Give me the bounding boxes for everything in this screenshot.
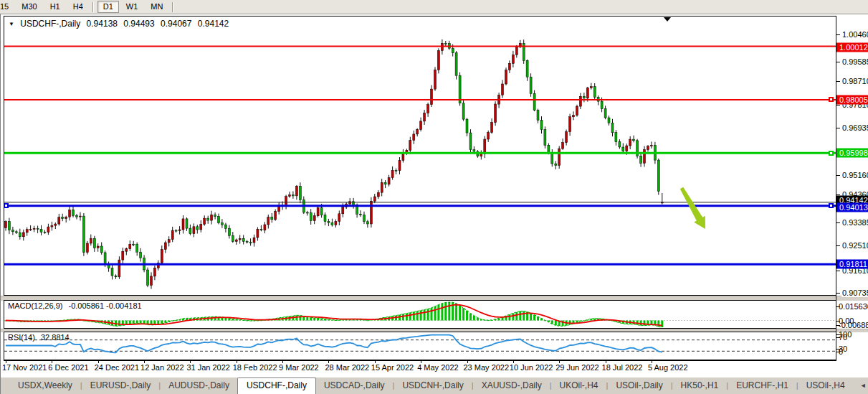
timeframe-button-H4[interactable]: H4 [67, 1, 89, 13]
chart-tab-usdchf-daily[interactable]: USDCHF-,Daily [237, 377, 316, 394]
panel-splitter-rsi[interactable] [0, 329, 868, 333]
date-label: 24 Dec 2021 [95, 363, 139, 372]
chart-dropdown-icon[interactable]: ▼ [9, 21, 14, 27]
tab-scroll-left-icon[interactable]: ◄ [860, 382, 867, 389]
chart-tab-usdcnh-daily[interactable]: USDCNH-,Daily [394, 378, 471, 394]
date-label: 18 Feb 2022 [233, 363, 277, 372]
date-label: 28 Mar 2022 [325, 363, 369, 372]
candle-down [544, 130, 546, 146]
candle-up [317, 208, 319, 216]
hline-right-handle[interactable] [829, 151, 834, 156]
candle-down [657, 160, 659, 191]
price-tick-dash [836, 34, 840, 35]
hline-right-handle[interactable] [829, 203, 834, 208]
candle-up [239, 238, 241, 240]
date-label: 31 Jan 2022 [186, 363, 230, 372]
chart-tab-usdx-weekly[interactable]: USDX,Weekly [10, 378, 80, 394]
macd-histogram-bar [441, 304, 443, 321]
candle-down [455, 53, 457, 76]
chart-shift-marker-icon[interactable] [664, 17, 671, 22]
macd-histogram-bar [140, 321, 142, 324]
chart-tab-eurchf-h1[interactable]: EURCHF-,H1 [728, 378, 796, 394]
candle-up [69, 210, 71, 217]
candle-up [413, 134, 415, 141]
timeframe-button-M30[interactable]: M30 [16, 1, 42, 13]
macd-histogram-bar [576, 321, 578, 323]
candle-up [342, 207, 344, 214]
rsi-panel-border-left [4, 332, 4, 360]
candle-down [104, 253, 106, 265]
candle-up [377, 192, 379, 197]
macd-histogram-bar [310, 317, 312, 320]
candle-down [196, 227, 199, 230]
candle-up [125, 249, 128, 252]
chart-tab-audusd-daily[interactable]: AUDUSD-,Daily [161, 378, 237, 394]
timeframe-button-MN[interactable]: MN [145, 1, 168, 13]
date-label: 23 May 2022 [464, 363, 510, 372]
macd-histogram-bar [530, 313, 532, 320]
macd-histogram-bar [466, 311, 468, 321]
hline-right-handle[interactable] [829, 97, 834, 102]
macd-histogram-bar [133, 321, 135, 324]
candle-up [58, 217, 60, 224]
candle-down [19, 233, 21, 237]
sell-arrow-annotation[interactable] [680, 187, 705, 229]
macd-values: -0.005861 -0.004181 [68, 301, 141, 310]
chart-tab-hk50-h1[interactable]: HK50-,H1 [673, 378, 727, 394]
price-line-label-0.95998: 0.95998 [836, 149, 868, 158]
candle-down [444, 43, 447, 44]
candle-down [189, 228, 191, 234]
chart-tab-ukoil-h4[interactable]: UKOil-,H4 [552, 378, 606, 394]
price-tick-dash [836, 293, 840, 294]
price-line-label-0.91811: 0.91811 [836, 260, 868, 269]
candle-up [335, 222, 337, 225]
candle-up [97, 246, 99, 248]
macd-histogram-bar [555, 321, 557, 326]
price-tick-label: 0.99585 [841, 57, 868, 66]
hline-left-handle[interactable] [4, 203, 9, 208]
candle-down [530, 77, 532, 93]
price-tick-label: 0.90735 [841, 289, 868, 297]
candle-down [604, 109, 606, 118]
chart-tab-usdcad-daily[interactable]: USDCAD-,Daily [316, 378, 393, 394]
candle-down [37, 228, 39, 229]
chart-tab-eurusd-daily[interactable]: EURUSD-,Daily [82, 378, 159, 394]
ohlc-low: 0.94067 [161, 19, 191, 29]
candle-up [161, 250, 163, 263]
candle-up [515, 47, 518, 55]
candle-up [47, 227, 49, 233]
price-line-label-1.00012: 1.00012 [836, 43, 868, 52]
candle-up [338, 214, 340, 222]
candle-down [640, 156, 642, 163]
price-panel-border-bottom [4, 295, 836, 296]
candle-up [204, 218, 206, 224]
candle-up [505, 70, 507, 84]
timeframe-button-H1[interactable]: H1 [44, 1, 66, 13]
price-tick-label: 0.98710 [841, 77, 868, 85]
timeframe-button-15[interactable]: 15 [0, 1, 14, 13]
timeframe-button-D1[interactable]: D1 [97, 1, 119, 13]
candle-up [420, 121, 422, 130]
chart-tab-usoil-h4[interactable]: USOil-,H4 [798, 378, 853, 394]
macd-label: MACD(12,26,9) [8, 301, 62, 310]
date-label: 10 Jun 2022 [510, 363, 553, 372]
chart-tab-xauusd-daily[interactable]: XAUUSD-,Daily [474, 378, 550, 394]
candle-up [349, 202, 351, 204]
price-tick-label: 0.95160 [841, 171, 868, 179]
candle-up [626, 146, 628, 151]
candle-up [437, 51, 439, 70]
candle-down [633, 139, 635, 141]
price-line-label-0.98005: 0.98005 [836, 95, 868, 105]
candle-up [235, 240, 237, 241]
candle-down [611, 123, 614, 133]
timeframe-button-W1[interactable]: W1 [120, 1, 144, 13]
macd-histogram-bar [437, 305, 439, 321]
candle-up [480, 154, 482, 156]
candle-up [26, 230, 28, 233]
candle-up [253, 238, 255, 243]
macd-histogram-bar [459, 306, 461, 321]
candle-up [370, 201, 372, 224]
macd-panel-border-top [4, 300, 836, 301]
macd-histogram-bar [469, 314, 472, 321]
chart-tab-usoil-daily[interactable]: USOil-,Daily [608, 378, 670, 394]
